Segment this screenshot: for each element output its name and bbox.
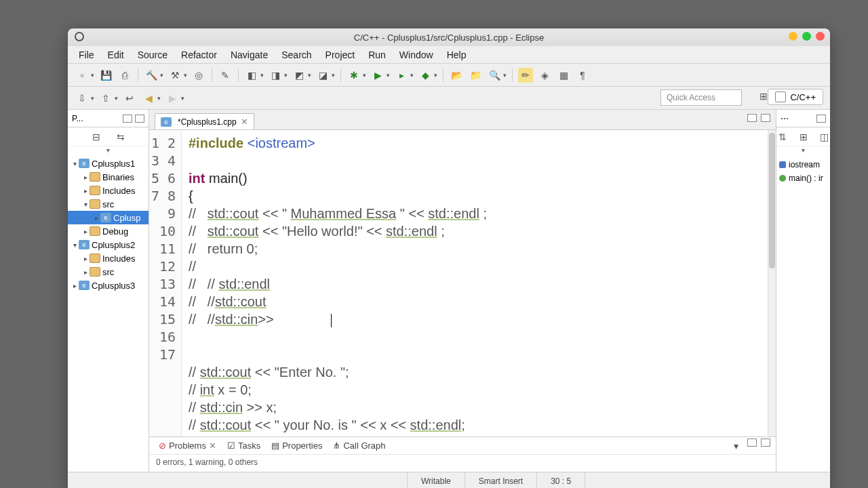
new-file-icon[interactable]: ◩ [292, 68, 307, 83]
window-title: C/C++ - Cplusplus1/src/Cplusplus1.cpp - … [68, 33, 830, 43]
filter-icon[interactable]: ⊞ [797, 129, 809, 144]
menu-source[interactable]: Source [131, 47, 174, 62]
tree-item-src[interactable]: ▸src [68, 265, 149, 279]
status-cursor-pos: 30 : 5 [536, 472, 585, 488]
status-insert-mode: Smart Insert [465, 472, 536, 488]
menu-search[interactable]: Search [275, 47, 318, 62]
line-gutter: 1 2 3 4 5 6 7 8 9 10 11 12 13 14 15 16 1… [149, 130, 182, 436]
workbench-body: P... ⊟ ⇆ ▾ ▾cCplusplus1▸Binaries▸Include… [68, 110, 830, 472]
debug-icon[interactable]: ✱ [347, 68, 361, 83]
tab-callgraph[interactable]: ⋔Call Graph [329, 439, 389, 453]
tree-item-cplusplus1[interactable]: ▾cCplusplus1 [68, 157, 149, 170]
new-source-icon[interactable]: ◪ [315, 68, 330, 83]
minimize-editor-icon[interactable] [747, 114, 757, 122]
menu-project[interactable]: Project [319, 47, 362, 62]
new-class-icon[interactable]: ◧ [244, 68, 259, 83]
back-icon[interactable]: ◀ [141, 91, 156, 106]
vertical-scrollbar[interactable] [768, 130, 776, 436]
show-whitespace-icon[interactable]: ¶ [575, 68, 590, 83]
menu-file[interactable]: File [72, 47, 101, 62]
outline-header: ⋯ [776, 110, 830, 127]
open-task-icon[interactable]: 📁 [468, 68, 483, 83]
tree-item-includes[interactable]: ▸Includes [68, 251, 149, 265]
menu-edit[interactable]: Edit [101, 47, 131, 62]
view-menu-icon[interactable]: ▾ [728, 439, 743, 453]
profile-icon[interactable]: ◆ [418, 68, 433, 83]
perspective-button[interactable]: C/C++ [768, 89, 823, 105]
tree-item-cplusp[interactable]: ▸cCplusp [68, 211, 149, 224]
explorer-toolbar: ⊟ ⇆ [68, 127, 149, 146]
toolbar-nav: ⇩▾ ⇧▾ ↩ ◀▾ ▶▾ Quick Access ⊞ C/C++ [68, 87, 830, 110]
build-all-icon[interactable]: ⚒ [167, 68, 182, 83]
code-content[interactable]: #include <iostream> int main() { // std:… [182, 130, 776, 436]
new-folder-icon[interactable]: ◨ [268, 68, 283, 83]
build-icon[interactable]: 🔨 [144, 68, 159, 83]
maximize-outline-icon[interactable] [816, 115, 826, 123]
outline-tree[interactable]: iostream main() : ir [776, 154, 830, 472]
open-type-icon[interactable]: 📂 [449, 68, 464, 83]
menu-run[interactable]: Run [361, 47, 393, 62]
minimize-view-icon[interactable] [123, 115, 132, 123]
maximize-button[interactable] [802, 32, 811, 41]
new-icon[interactable]: ▫ [75, 68, 90, 83]
scrollbar-thumb[interactable] [769, 133, 775, 268]
menu-refactor[interactable]: Refactor [174, 47, 224, 62]
outline-toolbar: ⇅ ⊞ ◫ [776, 127, 830, 146]
maximize-bottom-icon[interactable] [761, 439, 770, 447]
menu-window[interactable]: Window [393, 47, 440, 62]
editor-tab[interactable]: c *Cplusplus1.cpp ✕ [155, 113, 254, 129]
quick-access-input[interactable]: Quick Access [660, 89, 742, 106]
toggle-mark-icon[interactable]: ✏ [518, 68, 533, 83]
last-edit-icon[interactable]: ↩ [122, 91, 137, 106]
menubar: File Edit Source Refactor Navigate Searc… [68, 46, 830, 64]
maximize-editor-icon[interactable] [761, 114, 770, 122]
run-icon[interactable]: ▶ [370, 68, 385, 83]
window-controls [789, 32, 825, 41]
tree-item-includes[interactable]: ▸Includes [68, 184, 149, 197]
tab-problems[interactable]: ⊘Problems ✕ [155, 439, 220, 453]
tree-item-binaries[interactable]: ▸Binaries [68, 170, 149, 184]
tab-tasks[interactable]: ☑Tasks [223, 439, 264, 453]
run-last-icon[interactable]: ▸ [394, 68, 409, 83]
maximize-view-icon[interactable] [135, 115, 144, 123]
status-writable: Writable [407, 472, 465, 488]
hide-icon[interactable]: ◫ [818, 129, 830, 144]
minimize-bottom-icon[interactable] [747, 439, 757, 447]
search-icon[interactable]: 🔍 [487, 68, 502, 83]
editor-tabbar: c *Cplusplus1.cpp ✕ [149, 110, 776, 130]
close-tab-icon[interactable]: ✕ [241, 117, 248, 127]
tree-item-src[interactable]: ▾src [68, 197, 149, 211]
toolbar-main: ▫▾ 💾 ⎙ 🔨▾ ⚒▾ ◎ ✎ ◧▾ ◨▾ ◩▾ ◪▾ ✱▾ ▶▾ ▸▾ ◆▾… [68, 64, 830, 87]
sort-icon[interactable]: ⇅ [776, 129, 788, 144]
save-icon[interactable]: 💾 [98, 68, 113, 83]
close-button[interactable] [816, 32, 825, 41]
annotation-icon[interactable]: ◈ [537, 68, 552, 83]
prev-annotation-icon[interactable]: ⇧ [98, 91, 113, 106]
project-explorer-pane: P... ⊟ ⇆ ▾ ▾cCplusplus1▸Binaries▸Include… [68, 110, 149, 472]
code-editor[interactable]: 1 2 3 4 5 6 7 8 9 10 11 12 13 14 15 16 1… [149, 130, 776, 436]
link-editor-icon[interactable]: ⇆ [113, 129, 128, 144]
menu-help[interactable]: Help [440, 47, 473, 62]
outline-item-include[interactable]: iostream [779, 158, 827, 171]
titlebar[interactable]: C/C++ - Cplusplus1/src/Cplusplus1.cpp - … [68, 28, 830, 46]
next-annotation-icon[interactable]: ⇩ [75, 91, 90, 106]
print-icon[interactable]: ⎙ [117, 68, 132, 83]
function-icon [779, 175, 786, 182]
tree-item-cplusplus3[interactable]: ▸cCplusplus3 [68, 279, 149, 292]
block-icon[interactable]: ▦ [556, 68, 571, 83]
tree-item-debug[interactable]: ▸Debug [68, 224, 149, 238]
minimize-button[interactable] [789, 32, 797, 41]
forward-icon[interactable]: ▶ [165, 91, 180, 106]
app-icon [75, 32, 84, 41]
tab-properties[interactable]: ▤Properties [267, 439, 326, 453]
target-icon[interactable]: ◎ [191, 68, 206, 83]
collapse-all-icon[interactable]: ⊟ [89, 129, 104, 144]
tree-item-cplusplus2[interactable]: ▾cCplusplus2 [68, 238, 149, 251]
outline-item-main[interactable]: main() : ir [779, 171, 827, 185]
cpp-file-icon: c [161, 117, 172, 127]
project-tree[interactable]: ▾cCplusplus1▸Binaries▸Includes▾src▸cCplu… [68, 154, 149, 472]
close-problems-icon[interactable]: ✕ [209, 441, 216, 451]
menu-navigate[interactable]: Navigate [224, 47, 275, 62]
editor-area: c *Cplusplus1.cpp ✕ 1 2 3 4 5 6 7 8 9 10… [149, 110, 776, 472]
wand-icon[interactable]: ✎ [218, 68, 233, 83]
